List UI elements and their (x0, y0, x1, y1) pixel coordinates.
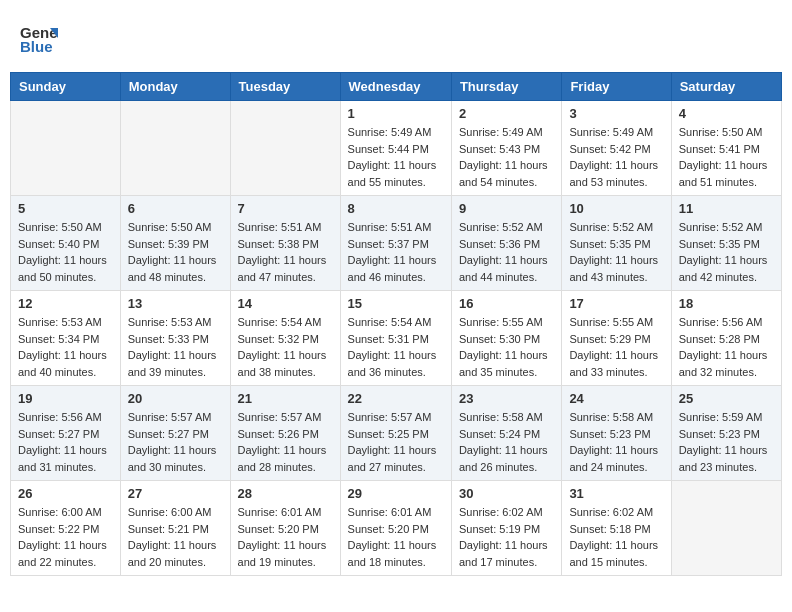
day-info: Sunrise: 5:53 AM Sunset: 5:34 PM Dayligh… (18, 314, 113, 380)
day-number: 18 (679, 296, 774, 311)
calendar-cell: 25Sunrise: 5:59 AM Sunset: 5:23 PM Dayli… (671, 386, 781, 481)
day-number: 15 (348, 296, 444, 311)
day-number: 29 (348, 486, 444, 501)
day-number: 16 (459, 296, 554, 311)
day-info: Sunrise: 5:50 AM Sunset: 5:41 PM Dayligh… (679, 124, 774, 190)
calendar-cell: 24Sunrise: 5:58 AM Sunset: 5:23 PM Dayli… (562, 386, 671, 481)
day-number: 20 (128, 391, 223, 406)
day-number: 19 (18, 391, 113, 406)
calendar-cell: 15Sunrise: 5:54 AM Sunset: 5:31 PM Dayli… (340, 291, 451, 386)
day-number: 2 (459, 106, 554, 121)
calendar-cell: 4Sunrise: 5:50 AM Sunset: 5:41 PM Daylig… (671, 101, 781, 196)
day-number: 21 (238, 391, 333, 406)
calendar-cell: 8Sunrise: 5:51 AM Sunset: 5:37 PM Daylig… (340, 196, 451, 291)
day-info: Sunrise: 5:56 AM Sunset: 5:28 PM Dayligh… (679, 314, 774, 380)
calendar-cell: 16Sunrise: 5:55 AM Sunset: 5:30 PM Dayli… (451, 291, 561, 386)
day-info: Sunrise: 5:56 AM Sunset: 5:27 PM Dayligh… (18, 409, 113, 475)
day-number: 9 (459, 201, 554, 216)
day-info: Sunrise: 6:02 AM Sunset: 5:18 PM Dayligh… (569, 504, 663, 570)
day-info: Sunrise: 6:02 AM Sunset: 5:19 PM Dayligh… (459, 504, 554, 570)
day-info: Sunrise: 5:51 AM Sunset: 5:37 PM Dayligh… (348, 219, 444, 285)
day-number: 31 (569, 486, 663, 501)
day-info: Sunrise: 5:49 AM Sunset: 5:44 PM Dayligh… (348, 124, 444, 190)
day-info: Sunrise: 6:01 AM Sunset: 5:20 PM Dayligh… (238, 504, 333, 570)
day-number: 11 (679, 201, 774, 216)
day-header-tuesday: Tuesday (230, 73, 340, 101)
logo-mark: General Blue (20, 20, 58, 62)
day-info: Sunrise: 5:49 AM Sunset: 5:42 PM Dayligh… (569, 124, 663, 190)
day-info: Sunrise: 5:50 AM Sunset: 5:39 PM Dayligh… (128, 219, 223, 285)
calendar-cell: 11Sunrise: 5:52 AM Sunset: 5:35 PM Dayli… (671, 196, 781, 291)
day-number: 5 (18, 201, 113, 216)
day-info: Sunrise: 5:54 AM Sunset: 5:31 PM Dayligh… (348, 314, 444, 380)
day-number: 6 (128, 201, 223, 216)
calendar-cell: 28Sunrise: 6:01 AM Sunset: 5:20 PM Dayli… (230, 481, 340, 576)
calendar-cell (671, 481, 781, 576)
calendar-cell: 18Sunrise: 5:56 AM Sunset: 5:28 PM Dayli… (671, 291, 781, 386)
calendar-cell: 1Sunrise: 5:49 AM Sunset: 5:44 PM Daylig… (340, 101, 451, 196)
calendar-table: SundayMondayTuesdayWednesdayThursdayFrid… (10, 72, 782, 576)
calendar-cell: 2Sunrise: 5:49 AM Sunset: 5:43 PM Daylig… (451, 101, 561, 196)
day-number: 4 (679, 106, 774, 121)
calendar-header-row: SundayMondayTuesdayWednesdayThursdayFrid… (11, 73, 782, 101)
day-number: 14 (238, 296, 333, 311)
day-info: Sunrise: 6:01 AM Sunset: 5:20 PM Dayligh… (348, 504, 444, 570)
calendar-cell: 23Sunrise: 5:58 AM Sunset: 5:24 PM Dayli… (451, 386, 561, 481)
day-info: Sunrise: 5:52 AM Sunset: 5:35 PM Dayligh… (569, 219, 663, 285)
day-number: 13 (128, 296, 223, 311)
day-info: Sunrise: 5:53 AM Sunset: 5:33 PM Dayligh… (128, 314, 223, 380)
calendar-cell: 21Sunrise: 5:57 AM Sunset: 5:26 PM Dayli… (230, 386, 340, 481)
calendar-week-2: 5Sunrise: 5:50 AM Sunset: 5:40 PM Daylig… (11, 196, 782, 291)
day-info: Sunrise: 5:58 AM Sunset: 5:24 PM Dayligh… (459, 409, 554, 475)
day-info: Sunrise: 5:57 AM Sunset: 5:26 PM Dayligh… (238, 409, 333, 475)
day-info: Sunrise: 6:00 AM Sunset: 5:22 PM Dayligh… (18, 504, 113, 570)
calendar-cell: 9Sunrise: 5:52 AM Sunset: 5:36 PM Daylig… (451, 196, 561, 291)
calendar-cell: 13Sunrise: 5:53 AM Sunset: 5:33 PM Dayli… (120, 291, 230, 386)
day-header-thursday: Thursday (451, 73, 561, 101)
day-header-saturday: Saturday (671, 73, 781, 101)
day-info: Sunrise: 5:57 AM Sunset: 5:27 PM Dayligh… (128, 409, 223, 475)
day-number: 23 (459, 391, 554, 406)
calendar-week-4: 19Sunrise: 5:56 AM Sunset: 5:27 PM Dayli… (11, 386, 782, 481)
day-number: 1 (348, 106, 444, 121)
day-info: Sunrise: 5:51 AM Sunset: 5:38 PM Dayligh… (238, 219, 333, 285)
calendar-cell: 3Sunrise: 5:49 AM Sunset: 5:42 PM Daylig… (562, 101, 671, 196)
calendar-week-1: 1Sunrise: 5:49 AM Sunset: 5:44 PM Daylig… (11, 101, 782, 196)
day-info: Sunrise: 5:58 AM Sunset: 5:23 PM Dayligh… (569, 409, 663, 475)
day-number: 12 (18, 296, 113, 311)
calendar-cell: 6Sunrise: 5:50 AM Sunset: 5:39 PM Daylig… (120, 196, 230, 291)
calendar-cell: 20Sunrise: 5:57 AM Sunset: 5:27 PM Dayli… (120, 386, 230, 481)
calendar-cell: 22Sunrise: 5:57 AM Sunset: 5:25 PM Dayli… (340, 386, 451, 481)
calendar-cell: 31Sunrise: 6:02 AM Sunset: 5:18 PM Dayli… (562, 481, 671, 576)
day-header-sunday: Sunday (11, 73, 121, 101)
day-number: 27 (128, 486, 223, 501)
page-header: General Blue (10, 10, 782, 67)
calendar-cell (120, 101, 230, 196)
day-info: Sunrise: 5:57 AM Sunset: 5:25 PM Dayligh… (348, 409, 444, 475)
calendar-cell: 7Sunrise: 5:51 AM Sunset: 5:38 PM Daylig… (230, 196, 340, 291)
calendar-cell: 5Sunrise: 5:50 AM Sunset: 5:40 PM Daylig… (11, 196, 121, 291)
calendar-cell: 30Sunrise: 6:02 AM Sunset: 5:19 PM Dayli… (451, 481, 561, 576)
calendar-cell: 17Sunrise: 5:55 AM Sunset: 5:29 PM Dayli… (562, 291, 671, 386)
logo: General Blue (20, 20, 58, 62)
calendar-cell: 12Sunrise: 5:53 AM Sunset: 5:34 PM Dayli… (11, 291, 121, 386)
calendar-week-5: 26Sunrise: 6:00 AM Sunset: 5:22 PM Dayli… (11, 481, 782, 576)
day-number: 25 (679, 391, 774, 406)
calendar-cell: 27Sunrise: 6:00 AM Sunset: 5:21 PM Dayli… (120, 481, 230, 576)
day-number: 22 (348, 391, 444, 406)
calendar-cell: 10Sunrise: 5:52 AM Sunset: 5:35 PM Dayli… (562, 196, 671, 291)
day-number: 28 (238, 486, 333, 501)
calendar-cell: 26Sunrise: 6:00 AM Sunset: 5:22 PM Dayli… (11, 481, 121, 576)
calendar-cell (11, 101, 121, 196)
day-number: 3 (569, 106, 663, 121)
day-header-monday: Monday (120, 73, 230, 101)
svg-text:Blue: Blue (20, 38, 53, 55)
calendar-week-3: 12Sunrise: 5:53 AM Sunset: 5:34 PM Dayli… (11, 291, 782, 386)
day-header-wednesday: Wednesday (340, 73, 451, 101)
calendar-cell: 14Sunrise: 5:54 AM Sunset: 5:32 PM Dayli… (230, 291, 340, 386)
calendar-cell: 19Sunrise: 5:56 AM Sunset: 5:27 PM Dayli… (11, 386, 121, 481)
day-number: 30 (459, 486, 554, 501)
day-number: 7 (238, 201, 333, 216)
day-number: 8 (348, 201, 444, 216)
calendar-cell (230, 101, 340, 196)
